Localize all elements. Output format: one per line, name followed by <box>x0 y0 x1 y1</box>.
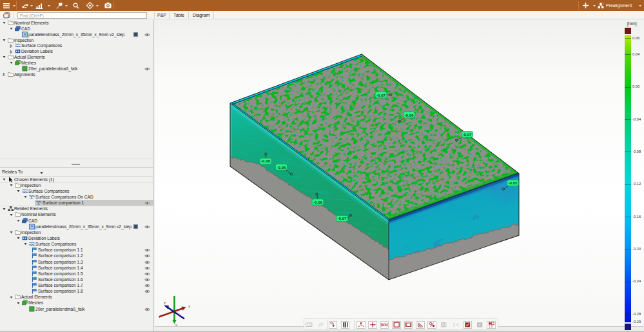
svg-text:-0.05: -0.05 <box>508 181 518 185</box>
svg-text:-0.07: -0.07 <box>337 216 347 220</box>
svg-text:z: z <box>164 301 166 305</box>
svg-text:-0.06: -0.06 <box>404 113 414 117</box>
svg-text:-0.09: -0.09 <box>313 200 323 204</box>
svg-text:x: x <box>188 304 190 308</box>
svg-text:-0.07: -0.07 <box>376 93 386 97</box>
svg-text:-0.08: -0.08 <box>261 159 271 163</box>
svg-text:1:0: 1:0 <box>489 325 493 328</box>
svg-text:y: y <box>175 323 177 326</box>
svg-text:-0.06: -0.06 <box>277 165 286 170</box>
svg-text:-0.07: -0.07 <box>462 132 472 137</box>
